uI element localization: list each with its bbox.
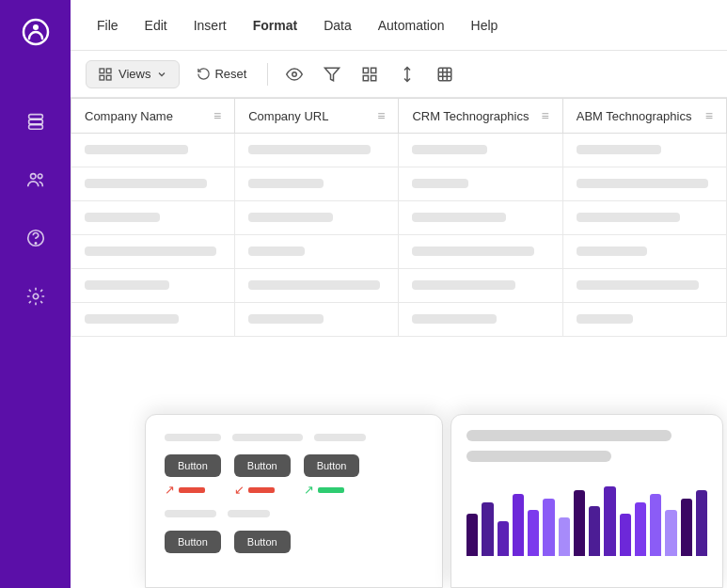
bar-item [559,517,570,556]
bar-item [482,502,493,556]
skeleton-cell [85,280,169,290]
skeleton-label [314,434,366,441]
menu-automation[interactable]: Automation [367,12,456,39]
svg-rect-13 [106,75,111,80]
skeleton-cell [412,280,515,290]
menu-file[interactable]: File [86,12,130,39]
svg-point-6 [38,174,42,179]
chart-skeleton-2 [466,451,611,462]
table-row [71,303,727,337]
pill-button-5[interactable]: Button [234,531,291,553]
svg-rect-12 [100,75,104,80]
help-icon[interactable] [18,220,54,256]
svg-rect-17 [371,68,376,72]
database-icon[interactable] [18,103,54,139]
skeleton-cell [248,145,371,154]
skeleton-cell [248,246,305,256]
integrations-icon[interactable] [18,278,54,314]
skeleton-cell [85,246,216,256]
arrow-red-1: ↗ [165,483,175,497]
skeleton-cell [412,246,534,256]
svg-rect-19 [371,75,376,80]
table-row [71,201,727,235]
table-row [71,167,727,201]
table-row [71,134,727,167]
sort-button[interactable] [392,59,422,89]
views-label: Views [119,67,150,81]
pill-button-3[interactable]: Button [304,454,360,477]
bottom-overlay: Button ↗ Button ↙ Butt [141,414,727,588]
main-content: File Edit Insert Format Data Automation … [71,0,727,588]
bar-item [528,510,539,556]
skeleton-cell [412,314,497,324]
svg-point-1 [33,24,39,30]
users-icon[interactable] [18,162,54,198]
svg-point-9 [33,294,39,299]
menu-insert[interactable]: Insert [182,12,238,39]
svg-rect-2 [28,115,42,119]
svg-rect-20 [439,68,452,81]
skeleton-cell [85,213,160,222]
bar-item [543,499,554,557]
skeleton-label [232,434,303,441]
filter-button[interactable] [317,59,347,89]
pill-button-2[interactable]: Button [234,454,291,477]
eye-button[interactable] [279,59,309,89]
bar-item [665,510,676,556]
skeleton-cell [85,314,179,324]
arrow-red-2: ↙ [234,483,245,497]
data-table: Company Name ≡ Company URL ≡ CRM Technog… [71,98,727,337]
views-button[interactable]: Views [86,60,180,88]
bar-item [466,514,478,556]
skeleton-cell [577,145,661,154]
sidebar-navigation [18,103,54,314]
svg-point-5 [30,174,36,180]
col-company-name: Company Name ≡ [71,99,235,134]
bar-item [589,506,600,556]
pill-button-1[interactable]: Button [165,454,221,477]
menu-help[interactable]: Help [460,12,510,39]
col-menu-icon-crm-tech[interactable]: ≡ [542,108,549,123]
menu-edit[interactable]: Edit [134,12,179,39]
bar-item [696,490,707,556]
svg-rect-16 [364,68,369,72]
col-menu-icon-company-url[interactable]: ≡ [377,108,385,123]
col-menu-icon-company-name[interactable]: ≡ [213,108,221,123]
grid-button[interactable] [355,59,385,89]
bar-item [635,502,646,556]
skeleton-cell [577,213,680,222]
skeleton-label [165,434,221,441]
col-abm-tech: ABM Technographics ≡ [562,99,726,134]
indicator-3: ↗ [304,483,344,497]
reset-button[interactable]: Reset [187,61,256,87]
app-logo [19,15,53,49]
panel-left: Button ↗ Button ↙ Butt [145,414,443,588]
pill-button-4[interactable]: Button [165,531,221,553]
skeleton-cell [248,314,324,324]
menu-format[interactable]: Format [242,12,308,39]
skeleton-cell [577,179,708,188]
table-container: Company Name ≡ Company URL ≡ CRM Technog… [71,98,727,588]
svg-point-8 [35,243,36,244]
menubar: File Edit Insert Format Data Automation … [71,0,727,51]
skeleton-cell [248,179,324,188]
toolbar: Views Reset [71,51,727,98]
bar-item [498,521,509,556]
bar-item [513,494,524,556]
pills-row-2: Button Button [165,531,423,553]
green-bar-1 [318,487,344,493]
reset-label: Reset [214,67,246,81]
svg-rect-4 [28,125,42,130]
sidebar [0,0,71,588]
bar-item [604,486,615,556]
indicator-2: ↙ [234,483,275,497]
menu-data[interactable]: Data [312,12,363,39]
skeleton-cell [85,145,188,154]
svg-point-14 [292,72,297,76]
settings-button[interactable] [430,59,460,89]
skeleton-label [165,510,216,517]
col-menu-icon-abm-tech[interactable]: ≡ [705,108,713,123]
skeleton-cell [248,213,333,222]
skeleton-cell [577,280,699,290]
skeleton-label [228,510,270,517]
